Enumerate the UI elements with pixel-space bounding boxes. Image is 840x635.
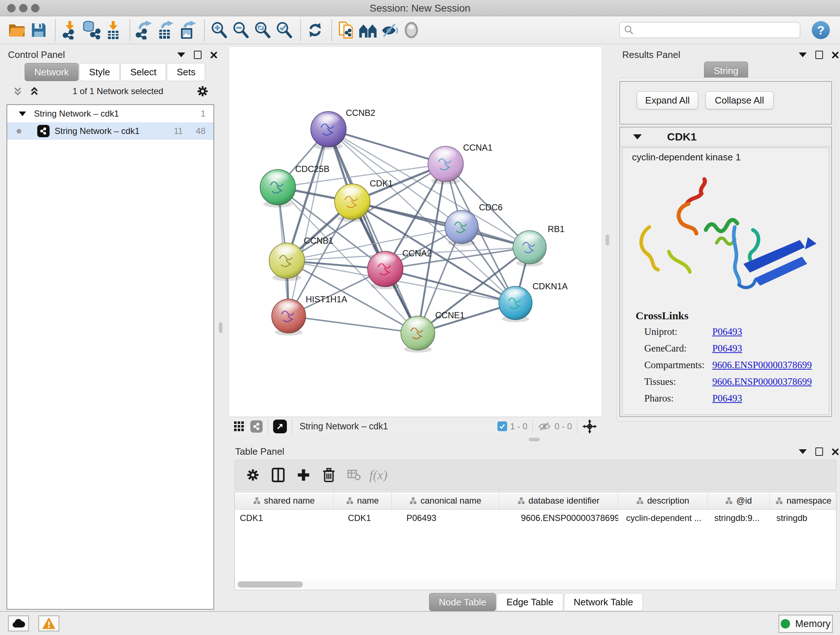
column-header[interactable]: @id bbox=[707, 492, 770, 509]
expand-all-networks-icon[interactable] bbox=[29, 86, 40, 97]
tab-select[interactable]: Select bbox=[120, 63, 166, 81]
apply-preferred-layout-button[interactable] bbox=[305, 20, 325, 40]
bottom-splitter-handle[interactable] bbox=[529, 438, 540, 441]
node-label-CDC6: CDC6 bbox=[479, 203, 502, 212]
fx-label: f(x) bbox=[369, 467, 387, 483]
selected-items-checkbox-icon[interactable] bbox=[497, 421, 507, 431]
collapse-all-networks-icon[interactable] bbox=[12, 86, 23, 97]
scrollbar-thumb[interactable] bbox=[238, 581, 303, 587]
collapse-all-button[interactable]: Collapse All bbox=[706, 91, 774, 109]
column-header[interactable]: shared name bbox=[235, 492, 333, 509]
right-splitter-handle[interactable] bbox=[606, 234, 609, 245]
tab-style[interactable]: Style bbox=[79, 63, 120, 81]
memory-button[interactable]: Memory bbox=[778, 615, 833, 633]
search-input[interactable] bbox=[634, 23, 800, 37]
export-image-button[interactable] bbox=[178, 20, 197, 40]
panel-close-icon[interactable] bbox=[832, 51, 839, 59]
panel-close-icon[interactable] bbox=[210, 51, 218, 59]
tab-network[interactable]: Network bbox=[25, 63, 79, 81]
panel-menu-icon[interactable] bbox=[799, 52, 807, 57]
column-header[interactable]: database identifier bbox=[499, 492, 618, 509]
show-all-button[interactable] bbox=[401, 20, 421, 40]
search-field[interactable] bbox=[619, 22, 800, 38]
cloud-button[interactable] bbox=[8, 616, 29, 631]
table-row[interactable]: CDK1 CDK1 P06493 9606.ENSP00000378699 cy… bbox=[235, 510, 836, 526]
column-header[interactable]: canonical name bbox=[392, 492, 499, 509]
crosslink-row: Compartments: 9606.ENSP00000378699 bbox=[644, 359, 825, 376]
panel-float-icon[interactable] bbox=[815, 51, 823, 59]
network-options-gear-icon[interactable] bbox=[196, 85, 209, 98]
panel-close-icon[interactable] bbox=[832, 448, 839, 455]
help-glyph: ? bbox=[817, 23, 825, 37]
create-column-button[interactable] bbox=[294, 465, 314, 485]
function-builder-button-disabled[interactable]: f(x) bbox=[369, 465, 387, 485]
control-panel-header: Control Panel bbox=[4, 46, 214, 62]
crosslink-link[interactable]: 9606.ENSP00000378699 bbox=[712, 376, 812, 393]
network-view-canvas[interactable]: CCNB2CCNA1CDC25BCDK1CDC6RB1CCNB1CCNA2CDK… bbox=[229, 47, 601, 417]
warnings-button[interactable] bbox=[38, 616, 59, 631]
crosslink-link[interactable]: P06493 bbox=[712, 343, 742, 359]
import-network-from-file-button[interactable] bbox=[60, 20, 80, 40]
column-header[interactable]: description bbox=[618, 492, 708, 509]
edge-CDK1-RB1[interactable] bbox=[352, 202, 530, 247]
panel-menu-icon[interactable] bbox=[799, 449, 807, 454]
tab-network-table[interactable]: Network Table bbox=[564, 593, 643, 611]
new-network-from-selection-button[interactable] bbox=[336, 20, 356, 40]
collection-expand-icon[interactable] bbox=[19, 111, 26, 116]
node-label-CCNE1: CCNE1 bbox=[435, 310, 464, 320]
import-network-from-database-button[interactable] bbox=[82, 20, 101, 40]
zoom-out-icon bbox=[232, 21, 249, 39]
hidden-node-edge-counts: 0 - 0 bbox=[554, 421, 572, 432]
plus-icon bbox=[297, 469, 310, 481]
tab-string[interactable]: String bbox=[704, 62, 748, 80]
network-row-selected[interactable]: String Network – cdk1 11 48 bbox=[7, 122, 213, 140]
columns-icon bbox=[271, 468, 285, 482]
table-horizontal-scrollbar[interactable] bbox=[235, 580, 836, 589]
network-view-type-icon[interactable] bbox=[250, 420, 263, 432]
network-list-toolbar: 1 of 1 Network selected bbox=[4, 82, 214, 100]
detach-view-icon[interactable] bbox=[273, 420, 287, 433]
edge-CCNB2-HIST1H1A[interactable] bbox=[289, 129, 328, 316]
tab-sets[interactable]: Sets bbox=[167, 63, 205, 81]
grid-view-icon[interactable] bbox=[234, 421, 245, 432]
network-graph[interactable]: CCNB2CCNA1CDC25BCDK1CDC6RB1CCNB1CCNA2CDK… bbox=[229, 47, 601, 417]
hide-selected-eye-icon bbox=[381, 21, 399, 39]
birds-eye-navigator-icon[interactable] bbox=[583, 419, 597, 434]
crosslink-link[interactable]: 9606.ENSP00000378699 bbox=[712, 359, 812, 376]
delete-table-button-disabled[interactable] bbox=[344, 465, 364, 485]
panel-float-icon[interactable] bbox=[815, 448, 823, 456]
window-title: Session: New Session bbox=[0, 3, 840, 14]
show-columns-button[interactable] bbox=[268, 465, 288, 485]
zoom-out-button[interactable] bbox=[231, 20, 250, 40]
toolbar-separator bbox=[332, 19, 332, 41]
protein-section-header[interactable]: CDK1 bbox=[620, 127, 831, 147]
first-neighbors-button[interactable] bbox=[358, 20, 378, 40]
network-collection-row[interactable]: String Network – cdk1 1 bbox=[7, 105, 213, 122]
node-gloss bbox=[505, 288, 526, 299]
left-splitter-handle[interactable] bbox=[219, 322, 223, 333]
column-header[interactable]: name bbox=[333, 492, 392, 509]
table-options-button[interactable] bbox=[243, 465, 263, 485]
open-button[interactable] bbox=[7, 20, 27, 40]
zoom-in-button[interactable] bbox=[209, 20, 229, 40]
section-collapse-icon[interactable] bbox=[633, 134, 642, 139]
panel-menu-icon[interactable] bbox=[177, 52, 185, 57]
expand-all-button[interactable]: Expand All bbox=[637, 91, 698, 109]
edge-CCNB2-CCNA1[interactable] bbox=[328, 129, 446, 164]
export-table-button[interactable] bbox=[156, 20, 176, 40]
delete-column-button[interactable] bbox=[319, 465, 339, 485]
crosslink-link[interactable]: P06493 bbox=[712, 393, 742, 409]
save-button[interactable] bbox=[29, 20, 49, 40]
export-network-button[interactable] bbox=[134, 20, 154, 40]
hide-selected-button[interactable] bbox=[380, 20, 399, 40]
tab-edge-table[interactable]: Edge Table bbox=[497, 593, 563, 611]
zoom-selected-button[interactable] bbox=[274, 20, 294, 40]
zoom-fit-button[interactable] bbox=[253, 20, 272, 40]
panel-float-icon[interactable] bbox=[194, 51, 202, 59]
edge-HIST1H1A-CCNE1[interactable] bbox=[289, 316, 418, 333]
crosslink-link[interactable]: P06493 bbox=[712, 326, 742, 343]
import-table-from-file-button[interactable] bbox=[103, 20, 123, 40]
column-header[interactable]: namespace bbox=[770, 492, 836, 509]
help-button[interactable]: ? bbox=[812, 21, 830, 39]
tab-node-table[interactable]: Node Table bbox=[429, 593, 496, 611]
